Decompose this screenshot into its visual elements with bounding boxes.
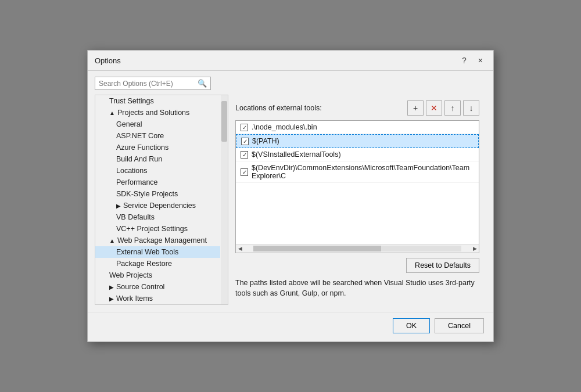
horizontal-scrollbar[interactable]: ◀ ▶ [236, 244, 479, 253]
list-item[interactable]: $(PATH) [236, 134, 479, 148]
toolbar-row: Locations of external tools: + ✕ ↑ ↓ [235, 100, 479, 116]
sidebar-item-label: VB Defaults [116, 213, 155, 221]
sidebar: Trust Settings▲Projects and SolutionsGen… [95, 95, 228, 305]
sidebar-item-vb-defaults[interactable]: VB Defaults [95, 211, 220, 223]
help-button[interactable]: ? [458, 55, 470, 66]
sidebar-item-label: Trust Settings [109, 97, 154, 105]
sidebar-item-asp-net-core[interactable]: ASP.NET Core [95, 130, 220, 142]
sidebar-item-trust-settings[interactable]: Trust Settings [95, 95, 220, 107]
sidebar-item-label: Web Package Management [117, 236, 207, 244]
sidebar-item-label: Locations [116, 167, 148, 175]
scroll-right-arrow[interactable]: ▶ [471, 244, 479, 253]
list-item-label: $(VSInstalledExternalTools) [252, 150, 341, 159]
expand-icon: ▶ [116, 203, 121, 209]
sidebar-item-label: Performance [116, 178, 158, 186]
sidebar-item-label: ASP.NET Core [116, 132, 164, 140]
sidebar-item-azure-functions[interactable]: Azure Functions [95, 142, 220, 153]
title-bar-buttons: ? × [458, 55, 486, 66]
list-item[interactable]: $(VSInstalledExternalTools) [236, 148, 479, 161]
ok-button[interactable]: OK [393, 318, 430, 333]
sidebar-item-label: Projects and Solutions [117, 109, 189, 117]
search-icon: 🔍 [198, 79, 207, 88]
list-item[interactable]: $(DevEnvDir)\CommonExtensions\Microsoft\… [236, 161, 479, 183]
expand-icon: ▲ [109, 110, 115, 116]
right-panel: Locations of external tools: + ✕ ↑ ↓ .\n… [228, 95, 486, 305]
sidebar-item-label: Package Restore [116, 260, 172, 268]
list-item-checkbox[interactable] [241, 124, 248, 131]
sidebar-item-build-and-run[interactable]: Build And Run [95, 153, 220, 165]
sidebar-item-package-restore[interactable]: Package Restore [95, 258, 220, 269]
sidebar-item-label: Source Control [116, 283, 164, 291]
sidebar-item-label: Build And Run [116, 155, 162, 163]
sidebar-item-label: Azure Functions [116, 143, 168, 152]
list-item-checkbox[interactable] [241, 168, 248, 176]
sidebar-item-label: External Web Tools [116, 248, 178, 256]
search-input[interactable] [99, 80, 198, 88]
sidebar-item-web-package-management[interactable]: ▲Web Package Management [95, 235, 220, 246]
reset-button[interactable]: Reset to Defaults [406, 258, 479, 273]
sidebar-item-label: Work Items [116, 294, 153, 303]
dialog-title: Options [95, 56, 121, 65]
dialog-footer: OK Cancel [88, 312, 493, 341]
list-item-checkbox[interactable] [241, 138, 249, 145]
sidebar-item-service-dependencies[interactable]: ▶Service Dependencies [95, 200, 220, 211]
list-item-label: $(DevEnvDir)\CommonExtensions\Microsoft\… [252, 164, 474, 180]
scroll-left-arrow[interactable]: ◀ [236, 244, 244, 253]
list-item[interactable]: .\node_modules\.bin [236, 121, 479, 134]
main-area: Trust Settings▲Projects and SolutionsGen… [95, 95, 486, 305]
sidebar-item-label: VC++ Project Settings [116, 225, 188, 233]
delete-button[interactable]: ✕ [426, 100, 442, 116]
expand-icon: ▶ [109, 284, 114, 290]
sidebar-item-projects-solutions[interactable]: ▲Projects and Solutions [95, 107, 220, 118]
sidebar-item-sdk-style-projects[interactable]: SDK-Style Projects [95, 188, 220, 200]
search-row: 🔍 [95, 77, 211, 90]
list-item-checkbox[interactable] [241, 151, 248, 159]
sidebar-item-vc-project-settings[interactable]: VC++ Project Settings [95, 223, 220, 235]
reset-row: Reset to Defaults [235, 258, 479, 273]
add-button[interactable]: + [407, 100, 424, 116]
list-item-label: $(PATH) [252, 137, 279, 145]
dialog-body: 🔍 Trust Settings▲Projects and SolutionsG… [88, 71, 493, 312]
expand-icon: ▶ [109, 296, 114, 302]
title-bar: Options ? × [88, 51, 493, 71]
sidebar-item-work-items[interactable]: ▶Work Items [95, 293, 220, 304]
sidebar-item-performance[interactable]: Performance [95, 177, 220, 188]
sidebar-item-web-projects[interactable]: Web Projects [95, 269, 220, 281]
locations-label: Locations of external tools: [235, 104, 322, 112]
move-up-button[interactable]: ↑ [444, 100, 461, 116]
sidebar-item-source-control[interactable]: ▶Source Control [95, 281, 220, 293]
sidebar-item-label: SDK-Style Projects [116, 190, 178, 198]
close-button[interactable]: × [475, 55, 486, 66]
move-down-button[interactable]: ↓ [463, 100, 479, 116]
sidebar-item-external-web-tools[interactable]: External Web Tools [95, 246, 220, 258]
sidebar-item-label: General [116, 120, 142, 128]
sidebar-item-general[interactable]: General [95, 118, 220, 130]
scrollbar-thumb[interactable] [253, 246, 381, 251]
sidebar-item-label: Web Projects [109, 271, 152, 279]
toolbar-buttons: + ✕ ↑ ↓ [407, 100, 479, 116]
list-scroll-area: .\node_modules\.bin$(PATH)$(VSInstalledE… [236, 121, 479, 244]
options-dialog: Options ? × 🔍 Trust Settings▲Projects an… [87, 50, 494, 342]
list-area: .\node_modules\.bin$(PATH)$(VSInstalledE… [235, 120, 479, 253]
sidebar-item-locations[interactable]: Locations [95, 165, 220, 177]
sidebar-item-label: Service Dependencies [123, 202, 196, 210]
description-text: The paths listed above will be searched … [235, 278, 479, 300]
list-item-label: .\node_modules\.bin [252, 123, 317, 131]
expand-icon: ▲ [109, 238, 115, 244]
cancel-button[interactable]: Cancel [435, 318, 484, 333]
